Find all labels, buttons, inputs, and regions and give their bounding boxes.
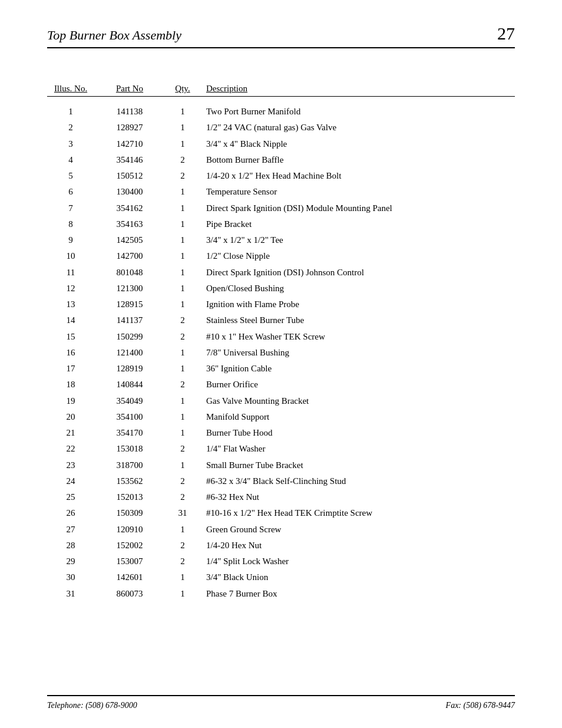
page: Top Burner Box Assembly 27 Illus. No. Pa… [0, 0, 562, 728]
cell-illus: 24 [47, 475, 100, 488]
cell-illus: 9 [47, 233, 100, 247]
cell-illus: 13 [47, 298, 100, 311]
cell-part: 121400 [100, 346, 165, 360]
table-row: 20 354100 1 Manifold Support [47, 409, 515, 425]
cell-part: 120910 [100, 523, 165, 536]
table-row: 19 354049 1 Gas Valve Mounting Bracket [47, 393, 515, 409]
cell-desc: Stainless Steel Burner Tube [206, 314, 515, 327]
table-row: 27 120910 1 Green Ground Screw [47, 522, 515, 538]
cell-desc: Manifold Support [206, 410, 515, 424]
footer-left: Telephone: (508) 678-9000 [47, 701, 137, 710]
table-body: 1 141138 1 Two Port Burner Manifold 2 12… [47, 104, 515, 602]
cell-part: 150309 [100, 506, 165, 520]
cell-desc: Two Port Burner Manifold [206, 105, 515, 118]
cell-part: 142601 [100, 571, 165, 584]
cell-part: 141138 [100, 105, 165, 118]
cell-desc: 36" Ignition Cable [206, 362, 515, 375]
cell-part: 153562 [100, 475, 165, 488]
table-row: 12 121300 1 Open/Closed Bushing [47, 281, 515, 297]
col-part: Part No [100, 84, 165, 94]
cell-desc: 3/4" x 4" Black Nipple [206, 137, 515, 151]
cell-illus: 25 [47, 490, 100, 504]
table-row: 8 354163 1 Pipe Bracket [47, 216, 515, 232]
cell-part: 354163 [100, 218, 165, 231]
table-row: 31 860073 1 Phase 7 Burner Box [47, 586, 515, 602]
cell-illus: 29 [47, 555, 100, 568]
cell-illus: 3 [47, 137, 100, 151]
cell-illus: 30 [47, 571, 100, 584]
cell-qty: 1 [165, 346, 206, 360]
cell-illus: 6 [47, 185, 100, 199]
cell-desc: 1/2" Close Nipple [206, 249, 515, 263]
table-row: 15 150299 2 #10 x 1" Hex Washer TEK Scre… [47, 329, 515, 345]
cell-desc: 1/4-20 Hex Nut [206, 539, 515, 552]
parts-table: Illus. No. Part No Qty. Description 1 14… [47, 84, 515, 602]
cell-part: 121300 [100, 282, 165, 295]
cell-illus: 28 [47, 539, 100, 552]
cell-desc: Burner Tube Hood [206, 426, 515, 440]
cell-illus: 7 [47, 202, 100, 215]
cell-part: 128919 [100, 362, 165, 375]
cell-desc: 1/2" 24 VAC (natural gas) Gas Valve [206, 121, 515, 134]
cell-part: 150299 [100, 330, 165, 344]
cell-part: 153018 [100, 442, 165, 456]
cell-part: 354170 [100, 426, 165, 440]
table-row: 18 140844 2 Burner Orifice [47, 377, 515, 393]
cell-desc: 7/8" Universal Bushing [206, 346, 515, 360]
cell-qty: 2 [165, 555, 206, 568]
cell-illus: 16 [47, 346, 100, 360]
table-row: 28 152002 2 1/4-20 Hex Nut [47, 538, 515, 554]
cell-illus: 15 [47, 330, 100, 344]
cell-qty: 1 [165, 571, 206, 584]
footer-right: Fax: (508) 678-9447 [446, 701, 515, 710]
table-row: 17 128919 1 36" Ignition Cable [47, 361, 515, 377]
cell-desc: Green Ground Screw [206, 523, 515, 536]
cell-qty: 1 [165, 587, 206, 601]
cell-qty: 2 [165, 153, 206, 167]
table-row: 9 142505 1 3/4" x 1/2" x 1/2" Tee [47, 232, 515, 248]
table-row: 6 130400 1 Temperature Sensor [47, 184, 515, 200]
cell-qty: 1 [165, 282, 206, 295]
cell-illus: 31 [47, 587, 100, 601]
cell-qty: 2 [165, 475, 206, 488]
table-row: 24 153562 2 #6-32 x 3/4" Black Self-Clin… [47, 473, 515, 489]
cell-qty: 1 [165, 105, 206, 118]
cell-qty: 2 [165, 539, 206, 552]
cell-desc: Burner Orifice [206, 378, 515, 391]
table-row: 14 141137 2 Stainless Steel Burner Tube [47, 312, 515, 328]
cell-illus: 20 [47, 410, 100, 424]
cell-qty: 1 [165, 298, 206, 311]
cell-part: 153007 [100, 555, 165, 568]
col-illus: Illus. No. [47, 84, 100, 94]
cell-part: 152013 [100, 490, 165, 504]
table-row: 21 354170 1 Burner Tube Hood [47, 425, 515, 441]
cell-qty: 1 [165, 266, 206, 279]
cell-qty: 1 [165, 362, 206, 375]
cell-desc: Direct Spark Ignition (DSI) Module Mount… [206, 202, 515, 215]
cell-part: 141137 [100, 314, 165, 327]
cell-qty: 1 [165, 459, 206, 472]
cell-part: 152002 [100, 539, 165, 552]
cell-desc: Open/Closed Bushing [206, 282, 515, 295]
cell-part: 354049 [100, 394, 165, 408]
cell-illus: 14 [47, 314, 100, 327]
table-row: 23 318700 1 Small Burner Tube Bracket [47, 457, 515, 473]
cell-part: 142700 [100, 249, 165, 263]
page-footer: Telephone: (508) 678-9000 Fax: (508) 678… [47, 695, 515, 710]
table-row: 22 153018 2 1/4" Flat Washer [47, 441, 515, 457]
cell-desc: Small Burner Tube Bracket [206, 459, 515, 472]
table-row: 2 128927 1 1/2" 24 VAC (natural gas) Gas… [47, 120, 515, 136]
cell-qty: 31 [165, 506, 206, 520]
cell-desc: Gas Valve Mounting Bracket [206, 394, 515, 408]
col-qty: Qty. [165, 84, 206, 94]
cell-part: 354146 [100, 153, 165, 167]
col-desc: Description [206, 84, 515, 94]
cell-qty: 2 [165, 378, 206, 391]
cell-qty: 1 [165, 202, 206, 215]
cell-part: 150512 [100, 169, 165, 183]
cell-illus: 23 [47, 459, 100, 472]
cell-illus: 21 [47, 426, 100, 440]
cell-illus: 4 [47, 153, 100, 167]
cell-part: 142505 [100, 233, 165, 247]
cell-qty: 1 [165, 394, 206, 408]
